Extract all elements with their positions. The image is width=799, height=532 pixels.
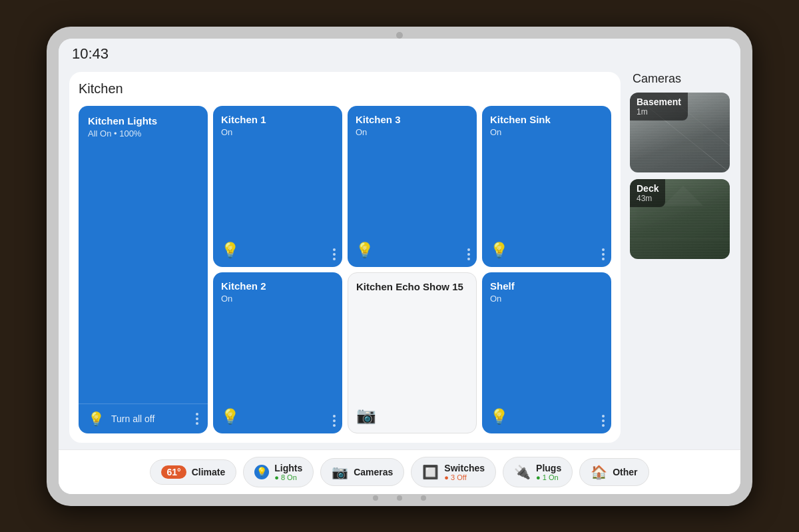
tablet-dot-1 [373, 495, 378, 501]
climate-badge: 61° [161, 465, 186, 479]
kitchen-sink-icon: 💡 [490, 242, 508, 259]
switches-button[interactable]: 🔲 Switches ● 3 Off [411, 457, 496, 487]
lights-sublabel: ● 8 On [274, 473, 302, 481]
kitchen3-card[interactable]: Kitchen 3 On 💡 [348, 106, 477, 267]
kitchen-lights-card[interactable]: Kitchen Lights All On • 100% 💡 Turn all … [79, 106, 208, 433]
cameras-nav-icon: 📷 [332, 464, 348, 480]
kitchen-lights-name: Kitchen Lights [88, 115, 198, 127]
bottom-bar: 61° Climate 💡 Lights ● 8 On 📷 Cameras [59, 449, 740, 494]
deck-camera-name: Deck [637, 183, 659, 194]
kitchen-sink-more[interactable] [602, 248, 605, 260]
svg-rect-3 [637, 206, 723, 239]
deck-camera-time: 43m [637, 194, 659, 203]
kitchen2-more[interactable] [333, 415, 336, 427]
plugs-text: Plugs ● 1 On [536, 463, 561, 481]
climate-text: Climate [192, 467, 226, 477]
basement-camera-name: Basement [637, 97, 681, 107]
shelf-status: On [490, 294, 603, 304]
shelf-icon: 💡 [490, 408, 508, 425]
shelf-card[interactable]: Shelf On 💡 [482, 272, 611, 433]
kitchen2-card[interactable]: Kitchen 2 On 💡 [213, 272, 342, 433]
other-label: Other [613, 467, 637, 477]
tablet-buttons-bottom [373, 495, 426, 501]
other-icon: 🏠 [591, 464, 607, 480]
echo-show-card[interactable]: Kitchen Echo Show 15 📷 [348, 272, 477, 433]
kitchen1-name: Kitchen 1 [221, 114, 334, 126]
switches-sublabel: ● 3 Off [444, 473, 485, 481]
switches-label: Switches [444, 463, 485, 473]
shelf-more[interactable] [602, 415, 605, 427]
switches-icon: 🔲 [422, 464, 439, 480]
kitchen3-name: Kitchen 3 [356, 114, 469, 126]
cameras-text: Cameras [354, 467, 393, 477]
plugs-label: Plugs [536, 463, 561, 473]
kitchen-panel: Kitchen Kitchen Lights All On • 100% 💡 T… [69, 72, 621, 443]
kitchen2-icon: 💡 [221, 408, 239, 425]
cameras-title: Cameras [630, 72, 730, 86]
kitchen2-name: Kitchen 2 [221, 280, 334, 292]
lights-button[interactable]: 💡 Lights ● 8 On [243, 457, 314, 487]
lights-text: Lights ● 8 On [274, 463, 302, 481]
deck-camera-card[interactable]: Deck 43m [630, 179, 730, 259]
shelf-name: Shelf [490, 280, 603, 292]
kitchen2-status: On [221, 294, 334, 304]
kitchen-sink-name: Kitchen Sink [490, 114, 603, 126]
plugs-sublabel: ● 1 On [536, 473, 561, 481]
echo-show-icon: 📷 [356, 406, 376, 425]
cameras-button[interactable]: 📷 Cameras [320, 458, 404, 486]
climate-label: Climate [192, 467, 226, 477]
kitchen1-more[interactable] [333, 248, 336, 260]
other-text: Other [613, 467, 637, 477]
kitchen1-status: On [221, 127, 334, 137]
cameras-label: Cameras [354, 467, 393, 477]
basement-camera-card[interactable]: Basement 1m [630, 93, 730, 172]
svg-marker-5 [663, 186, 703, 206]
lights-icon: 💡 [254, 465, 269, 479]
turn-all-off-label: Turn all off [111, 413, 154, 424]
echo-show-name: Kitchen Echo Show 15 [356, 281, 468, 293]
clock: 10:43 [72, 45, 109, 62]
kitchen1-icon: 💡 [221, 242, 239, 259]
top-bar: 10:43 [59, 39, 740, 65]
plugs-icon: 🔌 [514, 464, 531, 480]
tablet-camera [396, 32, 403, 39]
kitchen3-icon: 💡 [356, 242, 374, 259]
kitchen-sink-status: On [490, 127, 603, 137]
switches-text: Switches ● 3 Off [444, 463, 485, 481]
deck-camera-label-box: Deck 43m [630, 179, 665, 207]
plugs-button[interactable]: 🔌 Plugs ● 1 On [503, 457, 573, 487]
cameras-panel: Cameras Basement 1m [630, 72, 730, 443]
lights-label: Lights [274, 463, 302, 473]
kitchen1-card[interactable]: Kitchen 1 On 💡 [213, 106, 342, 267]
kitchen-title: Kitchen [79, 81, 611, 97]
tablet-frame: 10:43 Kitchen Kitchen Lights All On • 10… [47, 27, 752, 506]
kitchen-lights-status: All On • 100% [88, 129, 198, 138]
kitchen3-status: On [356, 127, 469, 137]
tablet-dot-3 [421, 495, 426, 501]
screen: 10:43 Kitchen Kitchen Lights All On • 10… [59, 39, 740, 494]
basement-camera-time: 1m [637, 107, 681, 117]
kitchen-sink-card[interactable]: Kitchen Sink On 💡 [482, 106, 611, 267]
basement-camera-label-box: Basement 1m [630, 93, 688, 121]
main-content: Kitchen Kitchen Lights All On • 100% 💡 T… [59, 65, 740, 449]
tablet-dot-2 [397, 495, 402, 501]
device-grid: Kitchen Lights All On • 100% 💡 Turn all … [79, 106, 611, 433]
other-button[interactable]: 🏠 Other [579, 458, 649, 486]
climate-button[interactable]: 61° Climate [150, 459, 236, 485]
kitchen3-more[interactable] [467, 248, 470, 260]
